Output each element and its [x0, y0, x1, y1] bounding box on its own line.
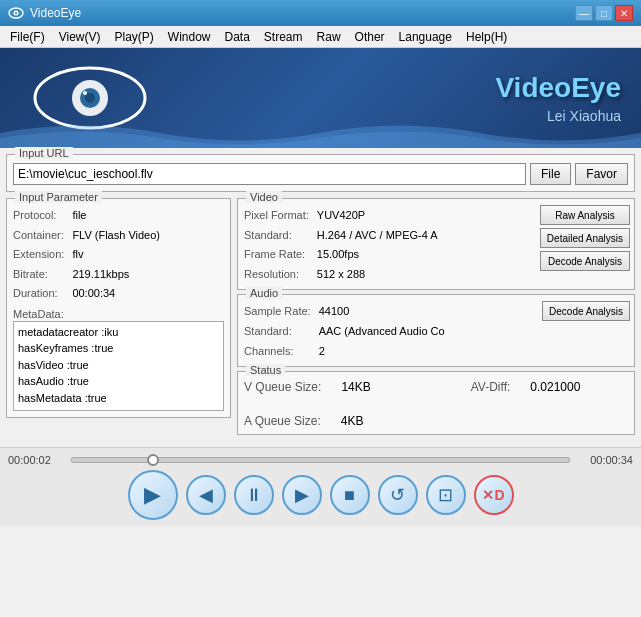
input-param-label: Input Parameter — [15, 191, 102, 203]
maximize-button[interactable]: □ — [595, 5, 613, 21]
metadata-text[interactable]: metadatacreator :iku hasKeyframes :true … — [13, 321, 224, 411]
video-label: Video — [246, 191, 282, 203]
frame-rate-value: 15.00fps — [317, 246, 528, 264]
file-button[interactable]: File — [530, 163, 571, 185]
sample-rate-value: 44100 — [319, 303, 528, 321]
replay-icon: ↺ — [390, 484, 405, 506]
extension-label: Extension: — [13, 246, 64, 264]
play-icon: ▶ — [144, 482, 161, 508]
banner: VideoEye Lei Xiaohua — [0, 48, 641, 148]
menu-file[interactable]: File(F) — [4, 28, 51, 46]
status-label: Status — [246, 364, 285, 376]
av-diff-value: 0.021000 — [530, 380, 580, 394]
channels-value: 2 — [319, 343, 528, 361]
menu-help[interactable]: Help(H) — [460, 28, 513, 46]
meta-line-4: hasMetadata :true — [18, 390, 219, 407]
menu-view[interactable]: View(V) — [53, 28, 107, 46]
svg-point-6 — [85, 93, 95, 103]
back-icon: ◀ — [199, 484, 213, 506]
input-url-label: Input URL — [15, 147, 73, 159]
seek-thumb[interactable] — [147, 454, 159, 466]
menu-language[interactable]: Language — [393, 28, 458, 46]
pause-icon: ⏸ — [245, 485, 263, 506]
a-queue-value: 4KB — [341, 414, 364, 428]
favor-button[interactable]: Favor — [575, 163, 628, 185]
metadata-label: MetaData: — [13, 308, 64, 320]
banner-text: VideoEye Lei Xiaohua — [495, 72, 621, 124]
status-section: Status V Queue Size: 14KB AV-Diff: 0.021… — [237, 371, 635, 435]
frame-rate-label: Frame Rate: — [244, 246, 309, 264]
svg-point-2 — [15, 12, 17, 14]
url-input[interactable] — [13, 163, 526, 185]
title-bar: VideoEye — □ ✕ — [0, 0, 641, 26]
meta-line-0: metadatacreator :iku — [18, 324, 219, 341]
meta-line-1: hasKeyframes :true — [18, 340, 219, 357]
status-grid: V Queue Size: 14KB AV-Diff: 0.021000 A Q… — [244, 380, 628, 428]
audio-section: Audio Sample Rate: 44100 Standard: AAC (… — [237, 294, 635, 367]
audio-label: Audio — [246, 287, 282, 299]
bitrate-value: 219.11kbps — [72, 266, 224, 284]
a-queue-label: A Queue Size: — [244, 414, 321, 428]
x-button[interactable]: ✕D — [474, 475, 514, 515]
audio-standard-value: AAC (Advanced Audio Co — [319, 323, 528, 341]
menu-stream[interactable]: Stream — [258, 28, 309, 46]
av-diff-label: AV-Diff: — [471, 380, 511, 394]
minimize-button[interactable]: — — [575, 5, 593, 21]
menu-bar: File(F) View(V) Play(P) Window Data Stre… — [0, 26, 641, 48]
back-button[interactable]: ◀ — [186, 475, 226, 515]
capture-button[interactable]: ⊡ — [426, 475, 466, 515]
time-start: 00:00:02 — [8, 454, 63, 466]
decode-analysis-button-audio[interactable]: Decode Analysis — [542, 301, 630, 321]
menu-data[interactable]: Data — [219, 28, 256, 46]
controls-row: ▶ ◀ ⏸ ▶ ■ ↺ ⊡ ✕D — [8, 470, 633, 520]
raw-analysis-button[interactable]: Raw Analysis — [540, 205, 630, 225]
banner-title: VideoEye — [495, 72, 621, 104]
video-section: Video Pixel Format: YUV420P Standard: H.… — [237, 198, 635, 290]
title-bar-controls: — □ ✕ — [575, 5, 633, 21]
replay-button[interactable]: ↺ — [378, 475, 418, 515]
protocol-label: Protocol: — [13, 207, 64, 225]
app-title: VideoEye — [30, 6, 81, 20]
menu-raw[interactable]: Raw — [311, 28, 347, 46]
resolution-label: Resolution: — [244, 266, 309, 284]
menu-other[interactable]: Other — [349, 28, 391, 46]
url-row: File Favor — [13, 163, 628, 185]
content-area: Input URL File Favor Input Parameter Pro… — [0, 148, 641, 447]
transport-bar: 00:00:02 00:00:34 ▶ ◀ ⏸ ▶ ■ ↺ ⊡ ✕D — [0, 447, 641, 526]
decode-analysis-button-video[interactable]: Decode Analysis — [540, 251, 630, 271]
right-panel: Video Pixel Format: YUV420P Standard: H.… — [237, 198, 635, 441]
play-button[interactable]: ▶ — [128, 470, 178, 520]
input-param-section: Input Parameter Protocol: file Container… — [6, 198, 231, 418]
duration-label: Duration: — [13, 285, 64, 303]
app-icon — [8, 5, 24, 21]
detailed-analysis-button[interactable]: Detailed Analysis — [540, 228, 630, 248]
video-standard-value: H.264 / AVC / MPEG-4 A — [317, 227, 528, 245]
channels-label: Channels: — [244, 343, 311, 361]
analysis-buttons: Raw Analysis Detailed Analysis Decode An… — [540, 205, 630, 271]
forward-button[interactable]: ▶ — [282, 475, 322, 515]
input-url-section: Input URL File Favor — [6, 154, 635, 192]
stop-button[interactable]: ■ — [330, 475, 370, 515]
menu-window[interactable]: Window — [162, 28, 217, 46]
meta-line-3: hasAudio :true — [18, 373, 219, 390]
v-queue-value: 14KB — [341, 380, 370, 394]
extension-value: flv — [72, 246, 224, 264]
pixel-format-value: YUV420P — [317, 207, 528, 225]
svg-point-7 — [83, 91, 87, 95]
x-icon: ✕D — [482, 487, 504, 503]
close-button[interactable]: ✕ — [615, 5, 633, 21]
seek-bar-row: 00:00:02 00:00:34 — [8, 454, 633, 466]
audio-analysis-buttons: Decode Analysis — [542, 301, 630, 321]
banner-subtitle: Lei Xiaohua — [495, 108, 621, 124]
container-label: Container: — [13, 227, 64, 245]
metadata-box: MetaData: metadatacreator :iku hasKeyfra… — [13, 307, 224, 411]
stop-icon: ■ — [344, 485, 355, 506]
pause-button[interactable]: ⏸ — [234, 475, 274, 515]
menu-play[interactable]: Play(P) — [108, 28, 159, 46]
forward-icon: ▶ — [295, 484, 309, 506]
protocol-value: file — [72, 207, 224, 225]
bitrate-label: Bitrate: — [13, 266, 64, 284]
time-end: 00:00:34 — [578, 454, 633, 466]
seek-bar[interactable] — [71, 457, 570, 463]
v-queue-label: V Queue Size: — [244, 380, 321, 394]
